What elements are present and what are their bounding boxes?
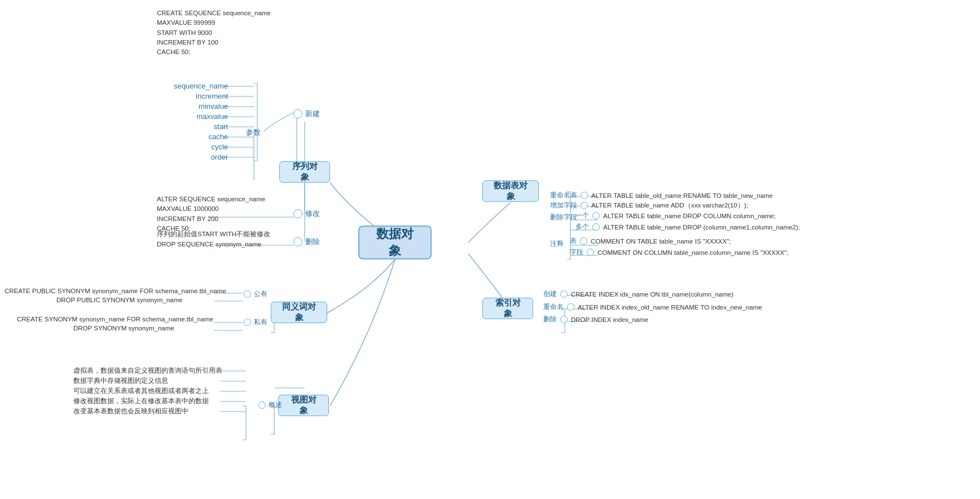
sequence-delete: 删除 [293,237,320,247]
drop-one-label: 一个 [575,211,589,220]
circle-public [244,290,251,298]
comment-table-cmd: COMMENT ON TABLE table_name IS "XXXXX"; [591,238,731,245]
drop-public-synonym: DROP PUBLIC SYNONYM synonym_name [56,297,182,303]
view-label: 视图对象 [289,395,318,416]
public-label: 公有 [254,289,267,299]
comment-col-label: 字段 [570,248,583,257]
node-table: 数据表对象 [482,180,539,202]
param-sequence-name: sequence_name [174,81,230,91]
circle-idx-create [560,290,568,298]
drop-sequence-code: DROP SEQUENCE synonym_name [157,241,261,248]
param-order: order [174,152,230,162]
idx-rename-label: 重命名 [543,302,564,312]
param-maxvalue: maxvalue [174,112,230,122]
comment-col-cmd: COMMENT ON COLUMN table_name.column_name… [597,249,788,256]
param-minvalue: minvalue [174,101,230,112]
circle-overview [258,401,266,409]
view-overview: 概述 [258,400,282,410]
center-node: 数据对象 [358,226,432,259]
param-cache: cache [174,132,230,142]
sequence-modify-label: 修改 [305,209,320,219]
param-start: start [174,122,230,132]
synonym-public: 公有 [244,289,267,299]
node-sequence: 序列对象 [279,161,330,183]
param-increment: increment [174,91,230,101]
circle-comment-col [587,249,594,256]
circle-delete [293,237,302,246]
create-public-synonym: CREATE PUBLIC SYNONYM synonym_name FOR s… [5,288,226,294]
sequence-label: 序列对象 [290,161,319,183]
circle-idx-drop [560,316,568,323]
table-add-col: 增加字段 ALTER TABLE table_name ADD（xxx varc… [550,201,748,210]
index-create: 创建 CREATE INDEX idx_name ON tbl_name(col… [543,289,733,299]
circle-drop-one [592,212,600,219]
circle-comment-table [580,237,587,245]
table-comment-table: 表 COMMENT ON TABLE table_name IS "XXXXX"… [570,237,731,245]
index-rename: 重命名 ALTER INDEX index_old_name RENAME TO… [543,302,762,312]
circle-drop-multi [592,223,600,231]
create-sequence-code: CREATE SEQUENCE sequence_name MAXVALUE 9… [157,8,271,57]
table-comment-section: 注释 [550,238,564,249]
idx-drop-label: 删除 [543,315,557,324]
idx-rename-cmd: ALTER INDEX index_old_name RENAME TO ind… [578,304,762,311]
view-item-4: 修改视图数据，实际上在修改基本表中的数据 [73,396,222,406]
table-label: 数据表对象 [493,180,528,202]
param-cycle: cycle [174,142,230,152]
node-synonym: 同义词对象 [271,302,327,323]
view-item-3: 可以建立在关系表或者其他视图或者两者之上 [73,386,222,396]
synonym-label: 同义词对象 [282,302,317,323]
param-list: sequence_name increment minvalue maxvalu… [174,81,230,162]
comment-label: 注释 [550,240,564,248]
drop-multi-label: 多个 [575,223,589,231]
sequence-new: 新建 [293,109,320,119]
view-item-2: 数据字典中存储视图的定义信息 [73,376,222,386]
table-rename: 重命名表 ALTER TABLE table_old_name RENAME T… [550,191,773,200]
circle-new [293,109,302,118]
addcol-cmd: ALTER TABLE table_name ADD（xxx varchar2(… [591,201,748,210]
index-drop: 删除 DROP INDEX index_name [543,315,648,324]
center-label: 数据对象 [375,226,415,259]
alter-sequence-code: ALTER SEQUENCE sequence_name MAXVALUE 10… [157,195,265,233]
create-synonym: CREATE SYNONYM synonym_name FOR schema_n… [17,316,213,323]
view-items: 虚拟表，数据值来自定义视图的查询语句所引用表 数据字典中存储视图的定义信息 可以… [73,365,222,416]
index-label: 索引对象 [493,298,522,319]
sequence-new-label: 新建 [305,109,320,119]
dropcol-label: 删除字段 [550,213,577,221]
idx-drop-cmd: DROP INDEX index_name [571,316,648,323]
circle-modify [293,209,302,218]
idx-create-cmd: CREATE INDEX idx_name ON tbl_name(column… [571,291,733,298]
table-comment-col: 字段 COMMENT ON COLUMN table_name.column_n… [570,248,788,257]
params-label: 参数 [246,127,261,138]
view-item-1: 虚拟表，数据值来自定义视图的查询语句所引用表 [73,365,222,376]
private-label: 私有 [254,317,267,327]
node-index: 索引对象 [482,298,533,319]
rename-cmd: ALTER TABLE table_old_name RENAME TO tab… [591,192,773,199]
circle-private [244,319,251,326]
rename-label: 重命名表 [550,191,577,200]
sequence-modify-note: 序列的起始值START WITH不能被修改 [157,230,270,239]
idx-create-label: 创建 [543,289,557,299]
table-drop-multi: 多个 ALTER TABLE table_name DROP (column_n… [575,223,800,231]
addcol-label: 增加字段 [550,201,577,210]
sequence-modify: 修改 [293,209,320,219]
table-drop-col-section: 删除字段 [550,211,577,222]
drop-one-cmd: ALTER TABLE table_name DROP COLUMN colum… [603,213,776,219]
table-drop-one: 一个 ALTER TABLE table_name DROP COLUMN co… [575,211,776,220]
circle-rename [581,192,588,199]
circle-addcol [581,202,588,209]
circle-idx-rename [567,303,574,311]
drop-synonym: DROP SYNONYM synonym_name [73,325,174,332]
node-view: 视图对象 [278,395,329,416]
drop-multi-cmd: ALTER TABLE table_name DROP (column_name… [603,224,800,231]
overview-label: 概述 [269,400,282,410]
sequence-delete-label: 删除 [305,237,320,247]
view-item-5: 改变基本表数据也会反映到相应视图中 [73,406,222,416]
comment-table-label: 表 [570,237,577,245]
synonym-private: 私有 [244,317,267,327]
